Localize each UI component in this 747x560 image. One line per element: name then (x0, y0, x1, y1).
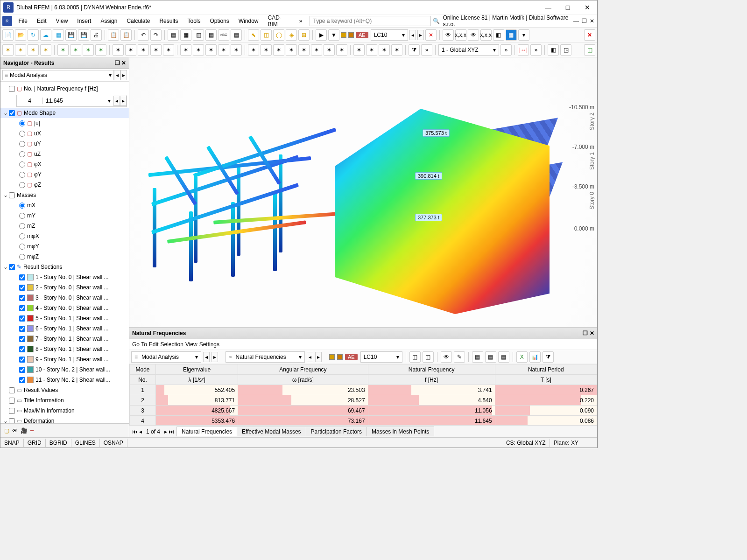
section-check-7[interactable] (19, 346, 25, 352)
report-icon[interactable]: ▤ (231, 29, 242, 41)
panel-analysis-next-button[interactable]: ▸ (211, 352, 218, 362)
section-check-8[interactable] (19, 357, 25, 363)
set-14-icon[interactable]: ✶ (353, 44, 365, 56)
menu-tools[interactable]: Tools (183, 16, 204, 26)
set-11-icon[interactable]: ✶ (311, 44, 322, 56)
red-close-icon[interactable]: ✕ (584, 29, 595, 41)
pager-next-icon[interactable]: ▸ (164, 428, 167, 435)
save-all-icon[interactable]: 💾 (78, 29, 89, 41)
panel-chart-icon[interactable]: 📊 (529, 351, 541, 363)
support-1-icon[interactable]: ✶ (113, 44, 124, 56)
mass-radio-4[interactable] (19, 244, 25, 250)
status-bgrid[interactable]: BGRID (46, 439, 71, 447)
mode-shape-expander[interactable]: ⌄ (2, 110, 9, 116)
status-glines[interactable]: GLINES (71, 439, 100, 447)
mode-radio-2[interactable] (19, 141, 25, 147)
table-row[interactable]: 1552.40523.5033.7410.267 (130, 385, 597, 395)
nav-view-3-icon[interactable]: 🎥 (21, 427, 28, 434)
set-17-icon[interactable]: ✶ (391, 44, 402, 56)
set-1-icon[interactable]: ✶ (180, 44, 191, 56)
navigator-analysis-dropdown[interactable]: ≡ Modal Analysis ▾ (2, 70, 114, 80)
loadcase-next-button[interactable]: ▸ (417, 30, 424, 40)
grid-icon[interactable]: ▥ (193, 29, 204, 41)
set-12-icon[interactable]: ✶ (324, 44, 335, 56)
tab-natural-frequencies[interactable]: Natural Frequencies (176, 427, 237, 436)
select-window-icon[interactable]: ◫ (261, 29, 272, 41)
status-osnap[interactable]: OSNAP (100, 439, 127, 447)
table-row[interactable]: 34825.66769.46711.0560.090 (130, 406, 597, 416)
set-3-icon[interactable]: ✶ (205, 44, 217, 56)
menu-insert[interactable]: Insert (73, 16, 95, 26)
status-grid[interactable]: GRID (24, 439, 46, 447)
coord-system-dropdown[interactable]: 1 - Global XYZ▾ (438, 44, 499, 56)
section-check-2[interactable] (19, 295, 25, 301)
stop-icon[interactable]: ▼ (328, 29, 339, 41)
freq-next-button[interactable]: ▸ (120, 96, 127, 106)
panel-restore-icon[interactable]: ❐ (583, 330, 588, 336)
mode-radio-5[interactable] (19, 172, 25, 178)
set-10-icon[interactable]: ✶ (298, 44, 310, 56)
redo-icon[interactable]: ↷ (150, 29, 162, 41)
script-icon[interactable]: >SC (218, 29, 229, 41)
panel-lc-dropdown[interactable]: LC10▾ (360, 351, 402, 363)
paste-icon[interactable]: 📋 (120, 29, 132, 41)
copy-icon[interactable]: 📋 (108, 29, 119, 41)
nav-view-4-icon[interactable]: ━ (30, 427, 34, 434)
menu-cad-bim[interactable]: CAD-BIM (264, 13, 294, 29)
menu-assign[interactable]: Assign (97, 16, 121, 26)
tool-1-icon[interactable]: ◧ (548, 44, 559, 56)
mass-radio-5[interactable] (19, 254, 25, 260)
panel-table-dropdown[interactable]: ≈Natural Frequencies▾ (226, 351, 305, 363)
render-options-icon[interactable]: ▾ (518, 29, 529, 41)
open-file-icon[interactable]: 📂 (15, 29, 26, 41)
table-row[interactable]: 2813.77128.5274.5400.220 (130, 395, 597, 406)
node-icon[interactable]: ✶ (2, 44, 14, 56)
panel-opt-2-icon[interactable]: ◫ (423, 351, 434, 363)
search-icon[interactable]: 🔍 (433, 18, 440, 24)
keyword-search-input[interactable] (310, 16, 431, 26)
support-2-icon[interactable]: ✶ (125, 44, 136, 56)
freq-dropdown-icon[interactable]: ▾ (105, 98, 113, 104)
set-6-icon[interactable]: ✶ (248, 44, 259, 56)
panel-menu-go-to[interactable]: Go To (132, 341, 147, 348)
menu-results[interactable]: Results (155, 16, 182, 26)
result-sections-check[interactable] (9, 264, 15, 270)
show-results-icon[interactable]: 👁 (443, 29, 454, 41)
settings-icon[interactable]: ◫ (584, 44, 595, 56)
set-13-icon[interactable]: ✶ (336, 44, 347, 56)
global-overflow-icon[interactable]: » (500, 44, 512, 56)
window-maximize-icon[interactable]: □ (561, 4, 575, 11)
load-4-icon[interactable]: ✶ (95, 44, 106, 56)
support-5-icon[interactable]: ✶ (163, 44, 174, 56)
support-3-icon[interactable]: ✶ (138, 44, 149, 56)
load-3-icon[interactable]: ✶ (83, 44, 94, 56)
section-check-0[interactable] (19, 274, 25, 280)
section-check-10[interactable] (19, 377, 25, 383)
section-check-5[interactable] (19, 326, 25, 332)
print-icon[interactable]: 🖨 (91, 29, 102, 41)
set-4-icon[interactable]: ✶ (218, 44, 229, 56)
mass-radio-1[interactable] (19, 213, 25, 219)
show-values-icon[interactable]: 👁 (468, 29, 479, 41)
set-2-icon[interactable]: ✶ (193, 44, 204, 56)
tool-2-icon[interactable]: ◳ (560, 44, 571, 56)
panel-menu-view[interactable]: View (185, 341, 197, 348)
panel-export-icon[interactable]: X (516, 351, 528, 363)
support-4-icon[interactable]: ✶ (150, 44, 162, 56)
nav-view-1-icon[interactable]: ▢ (4, 427, 9, 434)
save-icon[interactable]: 💾 (65, 29, 77, 41)
inner-close-icon[interactable]: ✕ (590, 18, 594, 24)
mass-radio-2[interactable] (19, 223, 25, 229)
set-15-icon[interactable]: ✶ (366, 44, 377, 56)
new-file-icon[interactable]: 📄 (2, 29, 14, 41)
panel-opt-6-icon[interactable]: ▤ (485, 351, 496, 363)
extra-check-2[interactable] (9, 408, 15, 414)
load-1-icon[interactable]: ✶ (57, 44, 69, 56)
panel-menu-edit[interactable]: Edit (149, 341, 159, 348)
panel-menu-settings[interactable]: Settings (199, 341, 219, 348)
mode-radio-1[interactable] (19, 131, 25, 137)
pager-prev-icon[interactable]: ◂ (139, 428, 142, 435)
show-deform-icon[interactable]: x,x,x (455, 29, 466, 41)
table-navigator-icon[interactable]: ▤ (168, 29, 179, 41)
masses-check[interactable] (9, 192, 15, 198)
